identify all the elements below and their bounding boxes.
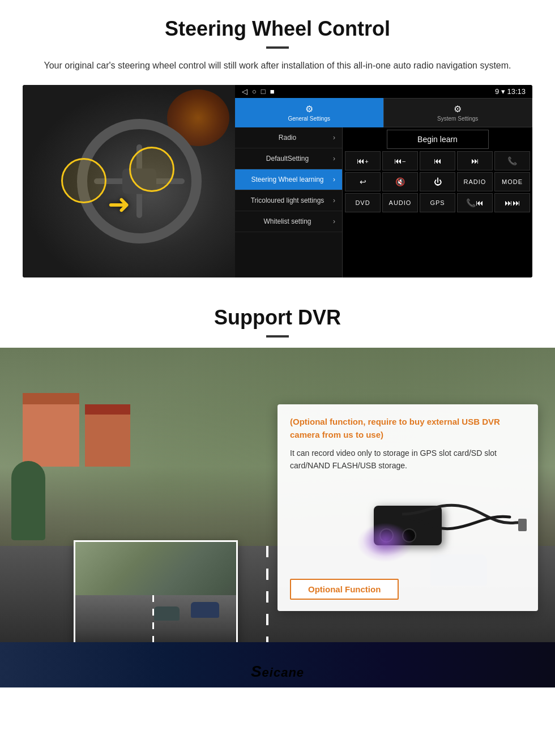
android-statusbar: ◁ ○ □ ■ 9 ▾ 13:13 xyxy=(235,85,532,98)
menu-tricoloured-label: Tricoloured light settings xyxy=(242,197,333,204)
statusbar-time: 9 ▾ 13:13 xyxy=(495,87,526,96)
begin-learn-button[interactable]: Begin learn xyxy=(387,130,489,149)
menu-default-label: DefaultSetting xyxy=(242,155,333,163)
menu-item-whitelist[interactable]: Whitelist setting › xyxy=(235,211,342,232)
ctrl-btn-radio[interactable]: RADIO xyxy=(457,172,493,191)
system-icon: ⚙ xyxy=(454,104,462,114)
ctrl-btn-hangup[interactable]: ↩ xyxy=(345,172,381,191)
cable-svg xyxy=(402,497,527,554)
tab-system-label: System Settings xyxy=(437,116,478,122)
control-buttons-grid: ⏮+ ⏮− ⏮ ⏭ 📞 ↩ 🔇 ⏻ RADIO MODE DVD AUDIO G… xyxy=(345,151,530,212)
recent-icon: □ xyxy=(261,87,266,96)
seicane-brand: Seicane xyxy=(251,663,304,681)
steering-photo: ➜ xyxy=(23,85,235,277)
thumb-car-2 xyxy=(154,606,180,621)
android-tabs: ⚙ General Settings ⚙ System Settings xyxy=(235,98,532,127)
menu-list: Radio › DefaultSetting › Steering Wheel … xyxy=(235,127,343,277)
dvr-description: It can record video only to storage in G… xyxy=(290,447,526,472)
steering-subtitle: Your original car's steering wheel contr… xyxy=(34,59,521,72)
tab-system-settings[interactable]: ⚙ System Settings xyxy=(383,98,533,127)
thumb-car-1 xyxy=(191,602,219,618)
tree-left xyxy=(11,461,45,540)
begin-learn-row: Begin learn xyxy=(345,130,530,149)
dvr-background-area: (Optional function, require to buy exter… xyxy=(0,348,555,687)
menu-item-steering[interactable]: Steering Wheel learning › xyxy=(235,169,342,190)
circle-highlight-left xyxy=(61,158,106,203)
menu-item-tricoloured[interactable]: Tricoloured light settings › xyxy=(235,190,342,211)
menu-radio-label: Radio xyxy=(242,134,333,142)
ctrl-btn-prev-track[interactable]: ⏮ xyxy=(420,151,455,170)
statusbar-icons: ◁ ○ □ ■ xyxy=(242,87,275,96)
menu-steering-label: Steering Wheel learning xyxy=(242,176,333,183)
optional-function-button[interactable]: Optional Function xyxy=(290,579,399,600)
chevron-icon-5: › xyxy=(333,217,335,225)
ctrl-btn-phone-prev[interactable]: 📞⏮ xyxy=(457,193,493,212)
camera-lens-1 xyxy=(379,528,394,543)
title-divider xyxy=(266,46,289,49)
usb-plug xyxy=(518,519,527,531)
ctrl-btn-vol-down[interactable]: ⏮− xyxy=(382,151,418,170)
chevron-icon-2: › xyxy=(333,155,335,163)
menu-item-default[interactable]: DefaultSetting › xyxy=(235,148,342,169)
tab-general-label: General Settings xyxy=(288,116,331,122)
brand-rest: eicane xyxy=(262,665,305,680)
arrow-right-icon: ➜ xyxy=(108,188,130,220)
chevron-icon-3: › xyxy=(333,176,335,183)
ctrl-btn-mode[interactable]: MODE xyxy=(494,172,530,191)
ctrl-btn-mute[interactable]: 🔇 xyxy=(382,172,418,191)
ctrl-btn-next-combo[interactable]: ⏭⏭ xyxy=(494,193,530,212)
ctrl-btn-phone[interactable]: 📞 xyxy=(494,151,530,170)
building-left xyxy=(23,393,79,467)
steering-demo: ➜ ◁ ○ □ ■ 9 ▾ 13:13 ⚙ General Settings xyxy=(23,85,532,277)
circle-highlight-right xyxy=(129,147,174,192)
dvr-thumbnail xyxy=(74,540,238,654)
dvr-camera-image xyxy=(290,480,526,571)
gear-icon: ⚙ xyxy=(305,104,313,114)
camera-assembly xyxy=(374,506,442,545)
home-icon: ○ xyxy=(252,87,257,96)
menu-icon: ■ xyxy=(270,87,275,96)
ctrl-btn-power[interactable]: ⏻ xyxy=(420,172,455,191)
ctrl-btn-next-track[interactable]: ⏭ xyxy=(457,151,493,170)
steering-title: Steering Wheel Control xyxy=(23,17,532,41)
ctrl-btn-audio[interactable]: AUDIO xyxy=(382,193,418,212)
dvr-section: Support DVR (Optional function, require … xyxy=(0,289,555,687)
thumb-road-line xyxy=(152,595,154,646)
ctrl-btn-vol-up[interactable]: ⏮+ xyxy=(345,151,381,170)
steering-section: Steering Wheel Control Your original car… xyxy=(0,0,555,289)
dvr-optional-text: (Optional function, require to buy exter… xyxy=(290,416,526,441)
menu-whitelist-label: Whitelist setting xyxy=(242,217,333,225)
back-icon: ◁ xyxy=(242,87,247,96)
dvr-divider xyxy=(266,335,289,338)
tab-general-settings[interactable]: ⚙ General Settings xyxy=(235,98,383,127)
android-panel: ◁ ○ □ ■ 9 ▾ 13:13 ⚙ General Settings ⚙ S… xyxy=(235,85,532,277)
ctrl-btn-gps[interactable]: GPS xyxy=(420,193,455,212)
menu-item-radio[interactable]: Radio › xyxy=(235,127,342,148)
building-left-2 xyxy=(85,404,130,467)
dvr-title: Support DVR xyxy=(0,306,555,330)
chevron-icon: › xyxy=(333,134,335,142)
chevron-icon-4: › xyxy=(333,197,335,204)
ctrl-btn-dvd[interactable]: DVD xyxy=(345,193,381,212)
dvr-info-card: (Optional function, require to buy exter… xyxy=(278,404,538,611)
brand-s: S xyxy=(251,663,262,680)
buttons-panel: Begin learn ⏮+ ⏮− ⏮ ⏭ 📞 ↩ 🔇 ⏻ RADIO MODE… xyxy=(343,127,532,277)
menu-area: Radio › DefaultSetting › Steering Wheel … xyxy=(235,127,532,277)
